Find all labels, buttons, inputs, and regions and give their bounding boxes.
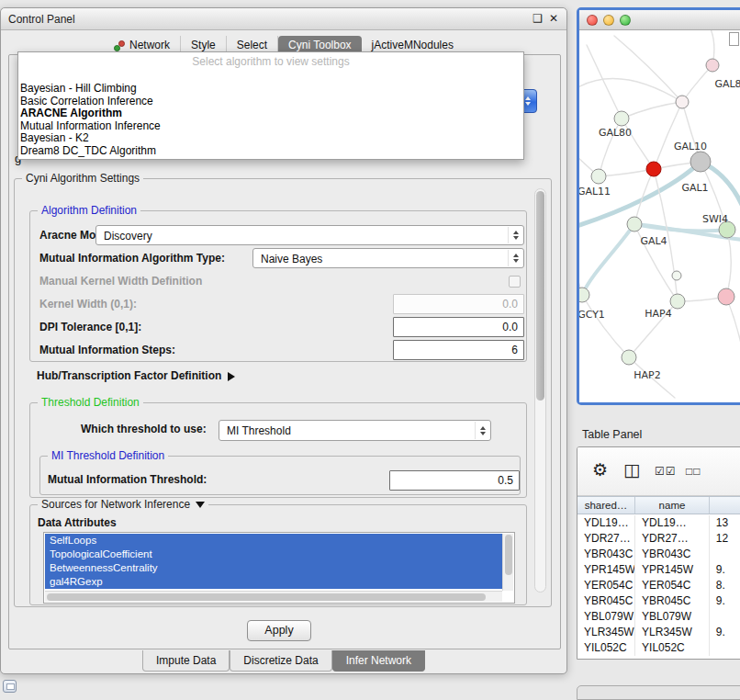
tab-label: Network xyxy=(129,40,170,51)
manual-kernel-checkbox[interactable] xyxy=(509,276,521,288)
column-header-name[interactable]: name xyxy=(635,497,710,514)
network-edge xyxy=(654,102,682,169)
chevron-updown-icon xyxy=(508,250,522,266)
scrollbar-thumb[interactable] xyxy=(505,535,512,575)
network-window-titlebar[interactable] xyxy=(579,10,740,30)
bottom-tab-discretize-data[interactable]: Discretize Data xyxy=(230,650,331,672)
manual-kernel-width-label: Manual Kernel Width Definition xyxy=(39,275,202,288)
network-tab-icon xyxy=(114,40,125,51)
node-label: SWI4 xyxy=(702,213,728,225)
table-row[interactable]: YDR27…YDR27…12 xyxy=(577,531,740,547)
list-horizontal-scrollbar[interactable] xyxy=(45,591,502,602)
network-edge xyxy=(582,295,629,357)
sources-title-text: Sources for Network Inference xyxy=(41,498,190,511)
list-vertical-scrollbar[interactable] xyxy=(502,534,513,591)
node-label: GAL10 xyxy=(674,141,707,152)
table-cell: YDR27… xyxy=(577,531,635,547)
apply-button[interactable]: Apply xyxy=(247,620,311,641)
mi-algorithm-type-value: Naive Bayes xyxy=(261,253,322,265)
network-node[interactable] xyxy=(614,111,629,126)
table-row[interactable]: YBL079WYBL079W xyxy=(577,609,740,625)
column-header-shared[interactable]: shared… xyxy=(577,497,635,514)
zoom-traffic-light-icon[interactable] xyxy=(620,15,631,26)
panel-toggle-icon[interactable] xyxy=(3,680,17,693)
network-node[interactable] xyxy=(676,96,689,108)
table-row[interactable]: YLR345WYLR345W9. xyxy=(577,625,740,640)
mi-steps-input[interactable] xyxy=(393,340,524,360)
network-node[interactable] xyxy=(622,350,636,365)
control-panel-titlebar[interactable]: Control Panel ❑ ✕ xyxy=(1,8,566,30)
which-threshold-value: MI Threshold xyxy=(227,424,291,437)
aracne-mode-select[interactable]: Discovery xyxy=(95,225,524,245)
mi-threshold-input[interactable] xyxy=(389,470,520,491)
deselect-all-icon[interactable]: □□ xyxy=(686,465,701,478)
minimize-traffic-light-icon[interactable] xyxy=(603,15,614,26)
table-row[interactable]: YPR145WYPR145W9. xyxy=(577,562,740,578)
network-edge xyxy=(599,169,654,176)
algorithm-option-basic-correlation-inference[interactable]: Basic Correlation Inference xyxy=(18,96,523,108)
bottom-panel-edge xyxy=(577,685,740,700)
chevron-up-icon xyxy=(525,96,531,100)
expand-triangle-icon[interactable] xyxy=(228,372,235,381)
birdseye-toggle[interactable] xyxy=(729,32,739,46)
float-window-icon[interactable]: ❑ xyxy=(533,12,543,25)
scrollbar-thumb[interactable] xyxy=(47,593,486,601)
algorithm-option-bayesian-k2[interactable]: Bayesian - K2 xyxy=(18,132,523,145)
scrollbar-thumb[interactable] xyxy=(536,191,544,401)
which-threshold-select[interactable]: MI Threshold xyxy=(219,420,491,441)
mi-algorithm-type-select[interactable]: Naive Bayes xyxy=(252,248,524,268)
network-canvas[interactable]: GAL8GAL80GAL10GAL11GAL1SWI4GAL4GCY1HAP4H… xyxy=(579,30,740,402)
attribute-item-betweennesscentrality[interactable]: BetweennessCentrality xyxy=(45,561,504,575)
table-cell: YLR345W xyxy=(577,625,635,640)
network-node[interactable] xyxy=(718,288,734,305)
node-label: GAL80 xyxy=(599,127,632,139)
network-node[interactable] xyxy=(690,152,711,172)
table-row[interactable]: YBR043CYBR043C xyxy=(577,547,740,562)
table-cell: YBR045C xyxy=(577,593,635,609)
table-row[interactable]: YDL19…YDL19…13 xyxy=(577,515,740,531)
table-row[interactable]: YER054CYER054C8. xyxy=(577,578,740,593)
network-node[interactable] xyxy=(646,162,661,176)
network-node[interactable] xyxy=(672,271,681,280)
data-attributes-label: Data Attributes xyxy=(38,516,117,529)
network-node[interactable] xyxy=(670,294,685,309)
table-row[interactable]: YIL052CYIL052C xyxy=(577,640,740,656)
control-panel-window: Control Panel ❑ ✕ NetworkStyleSelectCyni… xyxy=(0,7,567,674)
attribute-item-gal4rgexp[interactable]: gal4RGexp xyxy=(45,575,504,589)
hub-definition-toggle[interactable]: Hub/Transcription Factor Definition xyxy=(37,369,235,382)
window-title: Control Panel xyxy=(8,13,75,26)
gear-icon[interactable]: ⚙ xyxy=(592,459,608,480)
desktop: Control Panel ❑ ✕ NetworkStyleSelectCyni… xyxy=(0,0,740,700)
table-cell: 8. xyxy=(710,578,740,593)
network-node[interactable] xyxy=(579,288,589,302)
network-node[interactable] xyxy=(627,217,642,231)
algorithm-option-aracne-algorithm[interactable]: ARACNE Algorithm xyxy=(18,107,523,120)
algorithm-option-bayesian-hill-climbing[interactable]: Bayesian - Hill Climbing xyxy=(18,83,523,96)
algorithm-option-mutual-information-inference[interactable]: Mutual Information Inference xyxy=(18,120,523,133)
collapse-triangle-icon[interactable] xyxy=(196,502,205,508)
settings-scrollbar[interactable] xyxy=(534,188,546,593)
node-label: GAL1 xyxy=(681,182,708,194)
attribute-item-topologicalcoefficient[interactable]: TopologicalCoefficient xyxy=(45,548,504,561)
network-node[interactable] xyxy=(706,59,719,72)
kernel-width-input[interactable] xyxy=(393,294,524,314)
table-cell xyxy=(710,547,740,562)
mi-threshold-group-title: MI Threshold Definition xyxy=(48,449,168,462)
dpi-tolerance-input[interactable] xyxy=(393,317,524,337)
close-icon[interactable]: ✕ xyxy=(549,12,558,25)
attribute-item-selfloops[interactable]: SelfLoops xyxy=(45,534,504,548)
close-traffic-light-icon[interactable] xyxy=(587,15,598,26)
window-controls: ❑ ✕ xyxy=(533,12,558,25)
bottom-tab-bar: Impute DataDiscretize DataInfer Network xyxy=(1,650,566,672)
columns-icon[interactable]: ◫ xyxy=(623,459,640,480)
network-graph[interactable]: GAL8GAL80GAL10GAL11GAL1SWI4GAL4GCY1HAP4H… xyxy=(579,30,740,402)
algorithm-option-dream8-dc-tdc-algorithm[interactable]: Dream8 DC_TDC Algorithm xyxy=(18,145,523,158)
network-node[interactable] xyxy=(591,169,606,184)
column-header-col2[interactable] xyxy=(710,497,740,514)
bottom-tab-infer-network[interactable]: Infer Network xyxy=(332,650,425,672)
data-attributes-listbox[interactable]: SelfLoopsTopologicalCoefficientBetweenne… xyxy=(43,532,515,604)
table-row[interactable]: YBR045CYBR045C9. xyxy=(577,593,740,609)
select-all-icon[interactable]: ☑☑ xyxy=(655,465,677,478)
bottom-tab-impute-data[interactable]: Impute Data xyxy=(142,650,230,672)
sources-group-title[interactable]: Sources for Network Inference xyxy=(38,498,208,511)
